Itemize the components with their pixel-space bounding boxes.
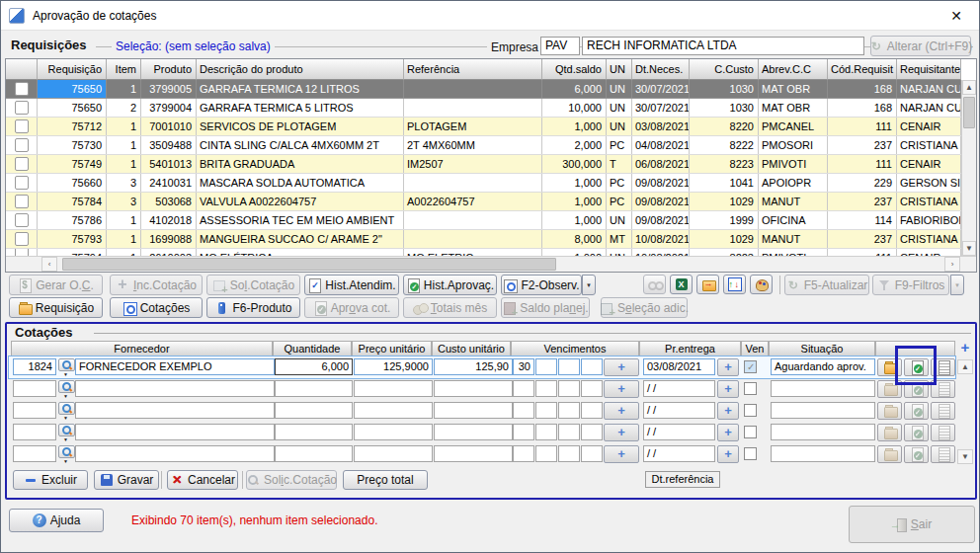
fornecedor-code-field[interactable]: [13, 445, 56, 462]
cotacoes-scroll-up-icon[interactable]: ▲: [957, 359, 973, 374]
gravar-button[interactable]: Gravar: [94, 470, 159, 490]
colors-button[interactable]: [750, 275, 773, 294]
f2-observ-dropdown-icon[interactable]: [582, 275, 596, 295]
table-row[interactable]: 7573013509488CINTA SLING C/ALCA 4MX60MM …: [6, 136, 976, 155]
requisicao-doc-button[interactable]: [877, 402, 902, 420]
empresa-code-field[interactable]: PAV: [540, 37, 580, 55]
f6-produto-button[interactable]: F6-Produto: [206, 297, 300, 318]
scroll-up-icon[interactable]: ▲: [962, 80, 976, 95]
preco-unitario-field[interactable]: [354, 402, 433, 419]
cotacoes-column-header[interactable]: Vencimentos: [511, 341, 639, 356]
vencimento-field[interactable]: [581, 424, 603, 440]
column-header[interactable]: Descrição do produto: [197, 59, 404, 80]
column-header[interactable]: Cód.Requisit: [828, 59, 897, 80]
notes-button[interactable]: [931, 402, 955, 420]
cotacoes-column-header[interactable]: Fornecedor: [11, 341, 273, 356]
quantidade-field[interactable]: 6,000: [275, 358, 353, 375]
column-header[interactable]: Dt.Neces.: [632, 59, 690, 80]
column-header[interactable]: Item: [107, 59, 141, 80]
row-checkbox[interactable]: [15, 232, 29, 246]
empresa-name-field[interactable]: RECH INFORMATICA LTDA: [582, 37, 864, 55]
pr-entrega-field[interactable]: / /: [643, 424, 715, 440]
quantidade-field[interactable]: [275, 424, 353, 440]
ven-checkbox[interactable]: [744, 426, 757, 438]
pr-entrega-field[interactable]: / /: [643, 380, 715, 397]
table-row[interactable]: 7574915401013BRITA GRADUADAIM2507300,000…: [6, 155, 976, 174]
add-vencimento-button[interactable]: [604, 402, 639, 420]
situacao-field[interactable]: [771, 445, 875, 462]
column-header[interactable]: Qtd.saldo: [542, 59, 607, 80]
cotacoes-column-header[interactable]: Ven: [741, 341, 769, 356]
add-entrega-button[interactable]: [717, 445, 739, 463]
pr-entrega-field[interactable]: / /: [643, 445, 715, 462]
alterar-button[interactable]: Alterar (Ctrl+F9): [870, 36, 971, 56]
table-row[interactable]: 7571217001010SERVICOS DE PLOTAGEMPLOTAGE…: [6, 118, 976, 136]
cotacoes-column-header[interactable]: Preço unitário: [352, 341, 432, 356]
vencimento-field[interactable]: [535, 424, 557, 440]
row-checkbox[interactable]: [15, 195, 29, 208]
vencimento-field[interactable]: [558, 380, 580, 397]
fornecedor-dropdown-icon[interactable]: ▼: [63, 393, 68, 399]
vencimento-field[interactable]: [558, 445, 580, 462]
close-icon[interactable]: ✕: [941, 8, 971, 24]
vencimento-field[interactable]: [535, 402, 557, 419]
ven-checkbox[interactable]: [744, 404, 757, 417]
add-vencimento-button[interactable]: [604, 358, 639, 376]
fornecedor-name-field[interactable]: [75, 445, 275, 462]
column-header[interactable]: Requisição: [38, 59, 107, 80]
custo-unitario-field[interactable]: [434, 424, 513, 440]
preco-unitario-field[interactable]: [354, 380, 433, 397]
vencimento-field[interactable]: [513, 380, 534, 397]
scroll-right-icon[interactable]: ›: [944, 257, 960, 272]
ajuda-button[interactable]: Ajuda: [9, 509, 104, 532]
notes-button[interactable]: [931, 424, 955, 441]
fornecedor-code-field[interactable]: [13, 380, 56, 397]
preco-unitario-field[interactable]: [354, 424, 433, 440]
preco-unitario-field[interactable]: 125,9000: [354, 358, 433, 375]
vencimento-field[interactable]: [581, 380, 603, 397]
vencimento-field[interactable]: [513, 424, 534, 440]
row-checkbox[interactable]: [15, 176, 29, 190]
row-checkbox[interactable]: [15, 213, 29, 227]
table-row[interactable]: 7578614102018ASSESSORIA TEC EM MEIO AMBI…: [6, 211, 976, 230]
scroll-left-icon[interactable]: ‹: [41, 257, 57, 272]
column-header[interactable]: Produto: [141, 59, 197, 80]
preco-total-button[interactable]: Preço total: [343, 470, 428, 490]
add-vencimento-button[interactable]: [604, 424, 639, 441]
column-header[interactable]: UN: [607, 59, 632, 80]
aprovacao-doc-button[interactable]: [904, 358, 929, 376]
fornecedor-name-field[interactable]: FORNECEDOR EXEMPLO: [75, 358, 275, 375]
row-checkbox[interactable]: [15, 119, 29, 133]
hist-atendim-button[interactable]: Hist.Atendim.: [304, 275, 399, 295]
fornecedor-search-button[interactable]: [58, 380, 75, 393]
ven-checkbox[interactable]: [744, 360, 757, 373]
vencimento-field[interactable]: [558, 358, 580, 375]
vencimento-field[interactable]: [581, 445, 603, 462]
solic-cotacao-button[interactable]: Solic.Cotação: [246, 470, 337, 490]
vencimento-field[interactable]: [558, 402, 580, 419]
fornecedor-search-button[interactable]: [58, 358, 75, 371]
situacao-field[interactable]: [771, 424, 875, 440]
f9-filtros-dropdown-icon[interactable]: [950, 275, 964, 295]
add-entrega-button[interactable]: [717, 380, 739, 398]
column-header[interactable]: [6, 59, 38, 80]
ven-checkbox[interactable]: [744, 447, 757, 460]
notes-button[interactable]: [931, 445, 955, 463]
fornecedor-dropdown-icon[interactable]: ▼: [63, 371, 68, 377]
requisicao-doc-button[interactable]: [877, 445, 902, 463]
fornecedor-code-field[interactable]: [13, 402, 56, 419]
saldo-planej-button[interactable]: Saldo planej.: [501, 297, 590, 318]
vencimento-field[interactable]: [581, 358, 603, 375]
quantidade-field[interactable]: [275, 445, 353, 462]
notes-button[interactable]: [931, 358, 955, 376]
hist-aprovac-button[interactable]: Hist.Aprovaç.: [403, 275, 497, 295]
sair-button[interactable]: Sair: [849, 506, 975, 543]
table-row[interactable]: 7579412610003MO ELÉTRICAMO ELETRIC1,000U…: [6, 249, 976, 256]
table-row[interactable]: 757843503068VALVULA A0022604757A00226047…: [6, 193, 976, 211]
vencimento-field[interactable]: [513, 445, 534, 462]
fornecedor-dropdown-icon[interactable]: ▼: [63, 415, 68, 421]
vencimento-field[interactable]: [535, 380, 557, 397]
cotacoes-column-header[interactable]: Custo unitário: [432, 341, 511, 356]
column-header[interactable]: C.Custo: [690, 59, 759, 80]
preco-unitario-field[interactable]: [354, 445, 433, 462]
